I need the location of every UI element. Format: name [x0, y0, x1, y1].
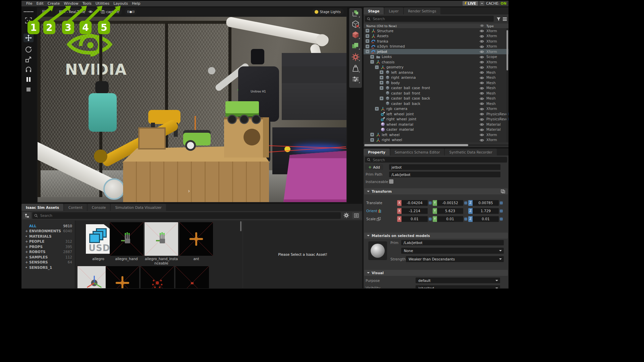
stage-tree-row-caster-ball-case-back[interactable]: +caster_ball_case_backMesh [364, 96, 508, 101]
transform-orient-z-field[interactable]: 1.729 [473, 208, 499, 214]
settings-sliders-icon[interactable] [352, 75, 360, 83]
category-environments[interactable]: +ENVIRONMENTS6040 [22, 229, 75, 234]
keyframe-toggle[interactable] [500, 218, 503, 221]
keyframe-toggle[interactable] [429, 218, 432, 221]
transform-orient-x-field[interactable]: -1.214 [401, 208, 428, 214]
stage-search[interactable] [365, 16, 494, 22]
mass-weight-icon[interactable] [352, 64, 360, 72]
category-samples[interactable]: +SAMPLES112 [22, 254, 75, 260]
strength-dropdown[interactable]: Weaker than Descendants [406, 256, 504, 262]
name-column-header[interactable]: Name (Old to New) [366, 24, 397, 28]
stage-tree-row-left-wheel[interactable]: +left_wheelXform [364, 132, 508, 137]
expander-icon[interactable]: + [380, 76, 383, 79]
stage-tree-row-looks[interactable]: +LooksScope [364, 54, 508, 60]
transform-scale-z-field[interactable]: 0.01 [473, 216, 499, 222]
material-binding-dropdown[interactable]: None [401, 248, 504, 254]
expander-icon[interactable]: + [375, 107, 379, 111]
category-props[interactable]: +PROPS395 [22, 244, 75, 249]
visibility-eye-icon[interactable] [480, 50, 484, 54]
viewport[interactable]: NVIDIA [37, 7, 347, 203]
menu-item-utilities[interactable]: Utilities [94, 1, 111, 6]
visibility-eye-icon[interactable] [480, 29, 484, 33]
viewport-hamburger-icon[interactable] [23, 7, 34, 16]
tab-console[interactable]: Console [88, 204, 110, 211]
stage-tree-row-o3dyn-trimmed[interactable]: +o3dyn_trimmedXform [364, 44, 508, 49]
keyframe-toggle[interactable] [500, 209, 503, 213]
category-sensors[interactable]: +SENSORS64 [22, 260, 75, 265]
stage-vscrollbar[interactable] [506, 28, 508, 142]
assets-search[interactable] [32, 212, 341, 219]
transform-translate-y-field[interactable]: -0.00152 [437, 200, 463, 206]
assets-settings-gear-icon[interactable] [343, 213, 349, 220]
stage-tree-row-wheel-material[interactable]: wheel_materialMaterial [364, 122, 508, 127]
transform-scale-x-field[interactable]: 0.01 [401, 216, 428, 222]
asset-thumb-ant[interactable] [179, 222, 213, 256]
menu-item-tools[interactable]: Tools [80, 1, 94, 6]
red-cube-icon[interactable] [352, 31, 360, 39]
tab-simulation-data-visualizer[interactable]: Simulation Data Visualizer [111, 204, 166, 211]
hide-prim-icon[interactable] [352, 20, 360, 28]
capture-button[interactable]: capture [98, 8, 122, 15]
grid-scrollbar[interactable] [240, 221, 241, 231]
assets-search-input[interactable] [40, 213, 339, 218]
pause-button[interactable] [23, 75, 34, 84]
stage-tree-row-right-wheel-joint[interactable]: right_wheel_jointPhysicsRevolute [364, 117, 508, 122]
visibility-eye-icon[interactable] [480, 92, 484, 96]
physics-gear-icon[interactable] [352, 53, 360, 61]
expander-icon[interactable]: + [366, 34, 369, 38]
visibility-eye-icon[interactable] [480, 55, 484, 59]
asset-thumb-partial[interactable] [141, 266, 174, 288]
expander-icon[interactable]: – [366, 50, 369, 53]
visibility-eye-icon[interactable] [480, 107, 484, 111]
material-prim-field[interactable]: /Lab/jetbot [401, 240, 504, 245]
stage-hscrollbar[interactable] [364, 144, 508, 146]
visibility-eye-icon[interactable] [480, 60, 484, 64]
stage-tree-row-geometry[interactable]: –geometryXform [364, 65, 508, 70]
stage-lights-button[interactable]: Stage Lights [312, 8, 344, 15]
asset-thumb-allegro-hand[interactable] [110, 222, 143, 256]
stage-tree-row-right-antenna[interactable]: +right_antennaMesh [364, 75, 508, 80]
visibility-eye-icon[interactable] [480, 35, 484, 39]
tab-content[interactable]: Content [64, 204, 87, 211]
stage-tree-row-chassis[interactable]: –chassisXform [364, 59, 508, 65]
tree-view-button[interactable] [23, 212, 31, 219]
instanceable-checkbox[interactable] [389, 179, 393, 184]
live-button[interactable]: LIVE [463, 1, 478, 6]
expander-icon[interactable]: + [366, 39, 369, 43]
stage-tree-row-franka[interactable]: +frankaXform [364, 39, 508, 44]
stage-tree-row-body[interactable]: +bodyMesh [364, 80, 508, 85]
list-view-button[interactable] [352, 212, 360, 219]
visibility-eye-icon[interactable] [480, 81, 484, 85]
visibility-eye-icon[interactable] [480, 112, 484, 116]
visibility-eye-icon[interactable] [480, 133, 484, 137]
stop-button[interactable] [23, 85, 34, 94]
menu-item-file[interactable]: File [24, 1, 34, 6]
expander-icon[interactable]: + [370, 138, 374, 142]
category-materials[interactable]: •MATERIALS [22, 234, 75, 239]
stage-tree-row-left-antenna[interactable]: +left_antennaMesh [364, 70, 508, 75]
keyframe-toggle[interactable] [464, 218, 467, 221]
tab-synthetic-data-recorder[interactable]: Synthetic Data Recorder [445, 148, 496, 156]
stage-tree-row-caster-ball-case-front[interactable]: +caster_ball_case_frontMesh [364, 85, 508, 91]
stage-tree-row-caster-material[interactable]: caster_materialMaterial [364, 127, 508, 132]
transform-translate-x-field[interactable]: -0.04204 [401, 200, 428, 206]
visibility-eye-icon[interactable] [480, 97, 484, 101]
stage-tree-row-right-wheel[interactable]: +right_wheelXform [364, 137, 508, 143]
visibility-dropdown[interactable]: inherited [416, 285, 500, 288]
type-column-header[interactable]: Type [486, 24, 494, 28]
property-search[interactable] [365, 157, 507, 163]
transform-section-header[interactable]: Transform [364, 188, 508, 194]
menu-item-window[interactable]: Window [62, 1, 80, 6]
record-button[interactable]: ((●)) [125, 8, 137, 15]
transform-snap-icon[interactable] [352, 9, 360, 17]
stage-tree-row-structure[interactable]: +StructureXform [364, 28, 508, 34]
filter-icon[interactable] [496, 17, 501, 21]
category-robots[interactable]: +ROBOTS2887 [22, 249, 75, 255]
expander-icon[interactable]: + [380, 86, 383, 90]
visibility-eye-icon[interactable] [480, 138, 484, 142]
visibility-eye-icon[interactable] [480, 71, 484, 75]
move-tool-button[interactable] [23, 34, 34, 42]
scale-tool-button[interactable] [23, 55, 34, 64]
visibility-eye-icon[interactable] [480, 102, 484, 106]
visibility-eye-icon[interactable] [480, 86, 484, 90]
